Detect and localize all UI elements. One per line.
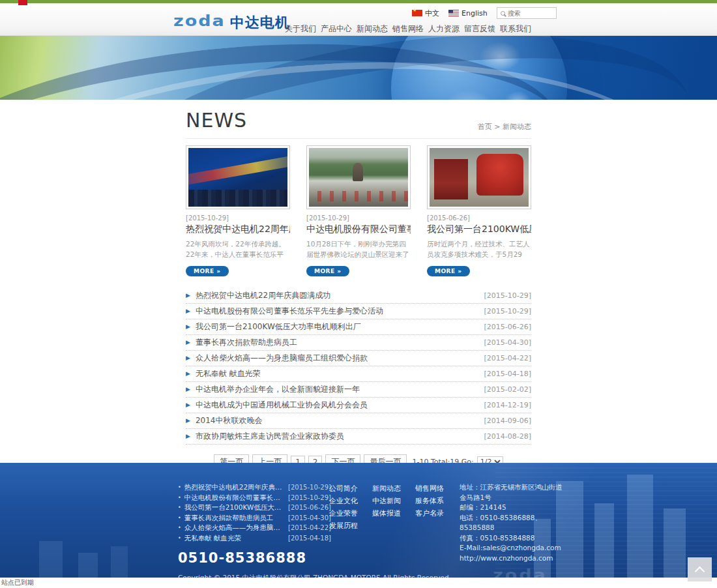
more-button[interactable]: MORE »: [427, 266, 470, 276]
footer-link[interactable]: 销售网络: [415, 482, 454, 495]
list-item-title[interactable]: 董事长再次捐款帮助患病员工: [196, 337, 484, 348]
list-item[interactable]: ▶董事长再次捐款帮助患病员工[2015-04-30]: [186, 335, 531, 351]
footer-link[interactable]: 发展历程: [329, 520, 368, 532]
footer-news-title[interactable]: 我公司第一台2100KW低压大功率电...: [184, 503, 283, 513]
nav-item-hr[interactable]: 人力资源: [428, 23, 460, 35]
list-item-title[interactable]: 众人拾柴火焰高——为身患脑瘤员工组织爱心捐款: [196, 353, 484, 364]
search-input[interactable]: [508, 10, 548, 17]
chevron-up-icon: [695, 566, 705, 576]
footer-link[interactable]: 企业荣誉: [329, 507, 368, 520]
news-cards: [2015-10-29] 热烈祝贺中达电机22周年庆典圆满 22年风雨坎坷，22…: [186, 145, 531, 276]
list-item-title[interactable]: 无私奉献 献血光荣: [196, 368, 484, 379]
list-item-title[interactable]: 2014中秋联欢晚会: [196, 415, 484, 426]
breadcrumb-separator: >: [494, 123, 500, 131]
breadcrumb-current: 新闻动态: [503, 123, 531, 131]
list-item[interactable]: ▶中达电机成为中国通用机械工业协会风机分会会员[2014-12-19]: [186, 398, 531, 413]
list-item-title[interactable]: 市政协周敏炜主席走访民营企业家政协委员: [196, 431, 484, 442]
footer-news-item[interactable]: •中达电机股份有限公司董事长范乐平先生...[2015-10-29]: [178, 493, 331, 503]
scroll-to-top-button[interactable]: [688, 557, 712, 581]
site-status-text: 站点已到期: [1, 579, 34, 586]
more-button[interactable]: MORE »: [186, 266, 229, 276]
logo[interactable]: zoda 中达电机: [173, 11, 290, 33]
site-status-bar: 站点已到期: [0, 578, 717, 588]
list-item[interactable]: ▶中达电机股份有限公司董事长范乐平先生参与爱心活动[2015-10-29]: [186, 304, 531, 319]
search-box[interactable]: [497, 7, 557, 19]
nav-item-news[interactable]: 新闻动态: [357, 23, 388, 35]
list-item-title[interactable]: 中达电机成为中国通用机械工业协会风机分会会员: [196, 400, 484, 411]
news-card-date: [2015-10-29]: [306, 214, 411, 222]
anniversary-photo: [188, 148, 287, 207]
nav-item-products[interactable]: 产品中心: [321, 23, 352, 35]
contact-zip: 邮编：214145: [460, 503, 565, 513]
news-card-date: [2015-06-26]: [427, 214, 531, 222]
page: zoda 中达电机 中文 English 关于我们 产品中心 新闻动态 销售网络…: [0, 0, 717, 588]
footer-news-item[interactable]: •我公司第一台2100KW低压大功率电...[2015-06-26]: [178, 503, 331, 513]
search-icon: [501, 11, 505, 16]
list-item-title[interactable]: 中达电机股份有限公司董事长范乐平先生参与爱心活动: [196, 306, 484, 317]
footer-news-item[interactable]: •董事长再次捐款帮助患病员工[2015-04-30]: [178, 513, 331, 523]
bullet-icon: •: [178, 513, 181, 523]
breadcrumb-home[interactable]: 首页: [478, 123, 492, 131]
header: zoda 中达电机 中文 English 关于我们 产品中心 新闻动态 销售网络…: [0, 3, 717, 36]
news-card-title[interactable]: 中达电机股份有限公司董事长范乐: [306, 224, 411, 235]
footer-link[interactable]: 中达新闻: [372, 495, 411, 507]
nav-item-sales[interactable]: 销售网络: [392, 23, 424, 35]
footer-news-item[interactable]: •无私奉献 献血光荣[2015-04-18]: [178, 533, 331, 544]
nav-item-feedback[interactable]: 留言反馈: [464, 23, 495, 35]
news-card-desc: 22年风雨坎坷，22年传承跨越。22年来，中达人在董事长范乐平先生的带领下，积极…: [186, 239, 290, 260]
list-item-date: [2015-04-22]: [484, 354, 531, 362]
list-item[interactable]: ▶热烈祝贺中达电机22周年庆典圆满成功[2015-10-29]: [186, 288, 531, 304]
news-card-title[interactable]: 我公司第一台2100KW低压大功率: [427, 224, 531, 235]
news-list: ▶热烈祝贺中达电机22周年庆典圆满成功[2015-10-29] ▶中达电机股份有…: [186, 288, 531, 445]
footer-news-date: [2015-04-30]: [288, 513, 331, 523]
footer-news-date: [2015-10-29]: [288, 482, 331, 493]
news-card: [2015-06-26] 我公司第一台2100KW低压大功率 历时近两个月，经过…: [427, 145, 531, 276]
arrow-right-icon: ▶: [186, 355, 190, 361]
footer-news-title[interactable]: 中达电机股份有限公司董事长范乐平先生...: [184, 493, 283, 503]
more-button[interactable]: MORE »: [306, 266, 349, 276]
list-item[interactable]: ▶无私奉献 献血光荣[2015-04-18]: [186, 366, 531, 382]
list-item[interactable]: ▶市政协周敏炜主席走访民营企业家政协委员[2014-08-28]: [186, 429, 531, 445]
news-card-image[interactable]: [427, 145, 531, 209]
china-flag-icon: [412, 10, 422, 16]
news-card-title[interactable]: 热烈祝贺中达电机22周年庆典圆满: [186, 224, 290, 235]
footer-link[interactable]: 新闻动态: [372, 482, 411, 495]
footer-news-item[interactable]: •热烈祝贺中达电机22周年庆典圆满成功[2015-10-29]: [178, 482, 331, 493]
news-card-image[interactable]: [186, 145, 290, 209]
list-item-date: [2015-06-26]: [484, 323, 531, 331]
footer-news-title[interactable]: 热烈祝贺中达电机22周年庆典圆满成功: [184, 482, 283, 493]
contact-website[interactable]: http://www.cnzhongda.com: [460, 553, 565, 564]
news-card: [2015-10-29] 热烈祝贺中达电机22周年庆典圆满 22年风雨坎坷，22…: [186, 145, 290, 276]
footer-link[interactable]: 服务体系: [415, 495, 454, 507]
footer-news-title[interactable]: 无私奉献 献血光荣: [184, 533, 283, 544]
footer-link[interactable]: 客户名录: [415, 507, 454, 520]
outdoor-event-photo: [309, 148, 408, 207]
footer-news-item[interactable]: •众人拾柴火焰高——为身患脑瘤员工组织...[2015-04-22]: [178, 523, 331, 533]
nav-item-contact[interactable]: 联系我们: [500, 23, 531, 35]
list-item[interactable]: ▶众人拾柴火焰高——为身患脑瘤员工组织爱心捐款[2015-04-22]: [186, 351, 531, 366]
footer-news-title[interactable]: 董事长再次捐款帮助患病员工: [184, 513, 283, 523]
nav-item-about[interactable]: 关于我们: [285, 23, 316, 35]
list-item-title[interactable]: 我公司第一台2100KW低压大功率电机顺利出厂: [196, 321, 484, 332]
list-item-date: [2014-08-28]: [484, 432, 531, 441]
footer-news-title[interactable]: 众人拾柴火焰高——为身患脑瘤员工组织...: [184, 523, 283, 533]
footer-link[interactable]: 公司简介: [329, 482, 368, 495]
list-item[interactable]: ▶我公司第一台2100KW低压大功率电机顺利出厂[2015-06-26]: [186, 319, 531, 335]
list-item-date: [2015-04-30]: [484, 338, 531, 347]
arrow-right-icon: ▶: [186, 308, 190, 314]
list-item-title[interactable]: 热烈祝贺中达电机22周年庆典圆满成功: [196, 290, 484, 301]
lang-switch-chinese[interactable]: 中文: [412, 8, 439, 18]
top-green-bar: [0, 0, 717, 3]
footer-link[interactable]: 企业文化: [329, 495, 368, 507]
footer-link[interactable]: 媒体报道: [372, 507, 411, 520]
list-item[interactable]: ▶中达电机举办企业年会，以全新面貌迎接新一年[2015-02-02]: [186, 382, 531, 398]
footer-news-date: [2015-04-18]: [288, 533, 331, 544]
list-item-title[interactable]: 中达电机举办企业年会，以全新面貌迎接新一年: [196, 384, 484, 395]
footer: •热烈祝贺中达电机22周年庆典圆满成功[2015-10-29] •中达电机股份有…: [0, 463, 717, 578]
news-card-desc: 历时近两个月，经过技术、工艺人员攻克多项技术难关，于5月29日，我公司第一台71…: [427, 239, 531, 260]
lang-switch-english[interactable]: English: [448, 9, 488, 18]
contact-email[interactable]: E-Mail:sales@cnzhongda.com: [460, 543, 565, 553]
list-item-date: [2015-10-29]: [484, 291, 531, 300]
news-card-image[interactable]: [306, 145, 411, 209]
list-item[interactable]: ▶2014中秋联欢晚会[2014-09-06]: [186, 413, 531, 429]
